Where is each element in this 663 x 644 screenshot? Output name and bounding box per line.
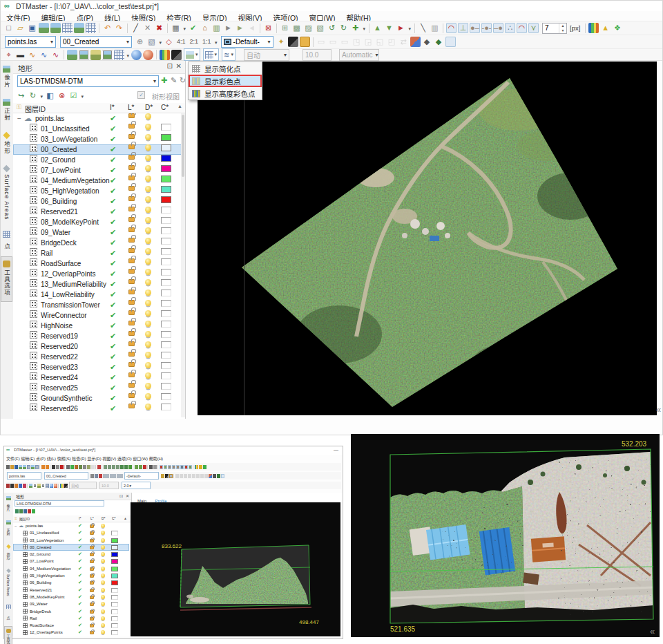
house-tool-icon[interactable]: ⌂ (200, 23, 210, 33)
image-export[interactable] (50, 23, 61, 33)
zoom-1-1-icon[interactable]: 1:1▾ (201, 37, 213, 47)
refresh-menu-icon[interactable]: ↻▾ (28, 91, 38, 101)
texture-display-combo[interactable]: ▾ (184, 48, 200, 61)
segment-start-icon[interactable]: ●– (470, 23, 480, 33)
layer-row-Reserved24[interactable]: Reserved24✔ (13, 372, 182, 383)
tree-root-row[interactable]: −☁points.las✔ (13, 113, 182, 124)
layer-row-14_LowReliability[interactable]: 14_LowReliability✔ (13, 290, 182, 300)
menu-item-显示彩色点[interactable]: 显示彩色点 (189, 75, 262, 87)
flag-menu-icon[interactable]: ►▾ (396, 23, 406, 33)
layer-row-02_Ground[interactable]: 02_Ground✔ (13, 155, 182, 165)
draw-polyline-icon[interactable]: ╱ (131, 23, 141, 33)
select-mode-menu-icon[interactable]: ▧▾ (146, 37, 157, 47)
sidebar-tab-Surface Areas[interactable]: Surface Areas (1, 161, 12, 226)
layer-row-Reserved25[interactable]: Reserved25✔ (13, 383, 182, 393)
float-panel-icon[interactable]: ⊡ (167, 62, 173, 70)
zoom-4-1-icon[interactable]: 4:1 (175, 37, 187, 47)
add-surface-icon[interactable]: ✚ (161, 76, 167, 85)
path-red-icon[interactable]: ∿ (50, 50, 61, 60)
pan-tool-icon[interactable]: ⊕ (135, 37, 145, 47)
snap-node-icon[interactable]: ⊥ (458, 23, 468, 33)
sidebar-tab-工具选项[interactable]: 工具选项 (1, 256, 12, 302)
spinner-arrows[interactable]: ▲▼ (559, 23, 566, 33)
layer-row-06_Building[interactable]: 06_Building✔ (13, 196, 182, 207)
layer-row-Rail[interactable]: Rail✔ (13, 248, 182, 258)
height-colormap[interactable] (160, 50, 170, 60)
active-layer-combo[interactable]: 00_Created▾ (60, 36, 132, 48)
snap-curve-icon[interactable]: ◠ (446, 23, 457, 33)
filter-delete-icon[interactable]: ⊗ (57, 91, 67, 101)
spin-up-icon[interactable]: ▲ (559, 23, 566, 28)
layer-row-Reserved22[interactable]: Reserved22✔ (13, 352, 182, 362)
layer-row-12_OverlapPoints[interactable]: 12_OverlapPoints✔ (13, 269, 182, 279)
path-orange-icon[interactable]: ∿ (27, 50, 37, 60)
slope-tool-icon[interactable]: ╲ (418, 23, 428, 33)
noise-points-tool-icon[interactable]: ∴ (505, 23, 515, 33)
layer-row-03_LowVegetation[interactable]: 03_LowVegetation✔ (13, 134, 182, 144)
image-table[interactable] (86, 23, 96, 33)
layer-row-04_MediumVegetation[interactable]: 04_MediumVegetation✔ (13, 176, 182, 186)
save-file-icon[interactable]: ▣ (27, 23, 37, 33)
layer-row-00_Created[interactable]: 00_Created✔ (13, 144, 182, 155)
layer-row-WireConnector[interactable]: WireConnector✔ (13, 310, 182, 321)
filter-edit-icon[interactable]: ◧ (45, 91, 55, 101)
layer-row-GroundSynthetic[interactable]: GroundSynthetic✔ (13, 393, 182, 404)
new-file-icon[interactable]: □ (3, 23, 14, 33)
layer-row-13_MediumReliability[interactable]: 13_MediumReliability✔ (13, 279, 182, 290)
image-dsm[interactable] (90, 50, 101, 60)
columns-tool-icon[interactable]: ▥ (430, 23, 440, 33)
grid-sparse-icon[interactable]: ▨ (303, 23, 314, 33)
layer-row-RoadSurface[interactable]: RoadSurface✔ (13, 258, 182, 269)
image-frame-2[interactable] (102, 50, 113, 60)
layer-row-05_HighVegetation[interactable]: 05_HighVegetation✔ (13, 186, 182, 196)
sidebar-tab-地形[interactable]: 地形 (1, 128, 12, 160)
layer-row-Reserved21[interactable]: Reserved21✔ (13, 207, 182, 217)
layer-row-08_ModelKeyPoint[interactable]: 08_ModelKeyPoint✔ (13, 217, 182, 227)
snap-curve-alt-icon[interactable]: ◠ (517, 23, 527, 33)
zoom-2-1-icon[interactable]: 2:1 (189, 37, 200, 47)
menu-item-显示简化点[interactable]: 显示简化点 (189, 62, 262, 75)
layer-row-HighNoise[interactable]: HighNoise✔ (13, 321, 182, 331)
sidebar-tab-点[interactable]: 点 (1, 227, 12, 256)
redo-icon[interactable]: ↷ (114, 23, 124, 33)
slope-sample-icon[interactable]: ▬ (15, 50, 26, 60)
grid-add-icon[interactable]: ⊞ (280, 23, 290, 33)
locate-tool-icon[interactable]: ⌖ (3, 50, 14, 60)
main-pointcloud-view[interactable] (198, 61, 657, 415)
undo-icon[interactable]: ↶ (102, 23, 113, 33)
menu-item-显示高度彩色点[interactable]: 显示高度彩色点 (189, 87, 262, 100)
pin-green-icon[interactable]: ◆ (434, 37, 444, 47)
sphere-orange[interactable] (143, 50, 153, 60)
points-verify-icon[interactable]: ❖ (612, 23, 622, 33)
grid-display-combo[interactable]: ▾ (203, 48, 220, 61)
path-blue-icon[interactable]: ∿ (39, 50, 49, 60)
sidebar-tab-正射[interactable]: 正射 (1, 95, 12, 127)
branch-tool-icon[interactable]: ⋎ (528, 23, 539, 33)
layer-row-07_LowPoint[interactable]: 07_LowPoint✔ (13, 165, 182, 176)
grid-route-icon[interactable]: ▧ (315, 23, 325, 33)
export-layer-icon[interactable]: ↪ (16, 91, 26, 101)
image-toggle[interactable] (445, 37, 456, 47)
close-panel-icon[interactable]: ✕ (176, 62, 182, 70)
open-folder-icon[interactable]: ▱ (15, 23, 26, 33)
image-pair[interactable] (74, 23, 84, 33)
delete-object-icon[interactable]: ✖ (154, 23, 164, 33)
layer-row-Reserved23[interactable]: Reserved23✔ (13, 362, 182, 372)
shade-view[interactable] (171, 50, 182, 60)
file-combo[interactable]: points.las▾ (5, 36, 56, 48)
contrast-tool[interactable] (288, 37, 298, 47)
overlay-pair[interactable] (410, 37, 421, 47)
tree-scrollbar[interactable] (181, 113, 185, 417)
sidebar-tab-像片[interactable]: 像片 (1, 61, 12, 94)
user-key-tool-icon[interactable]: ✦ (276, 37, 287, 47)
image-frame[interactable] (79, 50, 89, 60)
rotate-right-icon[interactable]: ↻ (338, 23, 349, 33)
layer-row-Reserved26[interactable]: Reserved26✔ (13, 404, 182, 414)
warning-tool-icon[interactable]: ▲ (600, 23, 611, 33)
display-profile-combo[interactable]: -Default-▾ (221, 36, 273, 48)
image-view[interactable] (67, 50, 77, 60)
fence-tool-icon[interactable]: ▥ (211, 23, 222, 33)
plant-raise-icon[interactable]: ▲ (372, 23, 383, 33)
segment-mid-icon[interactable]: -●- (481, 23, 492, 33)
lock-tool[interactable] (300, 37, 310, 47)
